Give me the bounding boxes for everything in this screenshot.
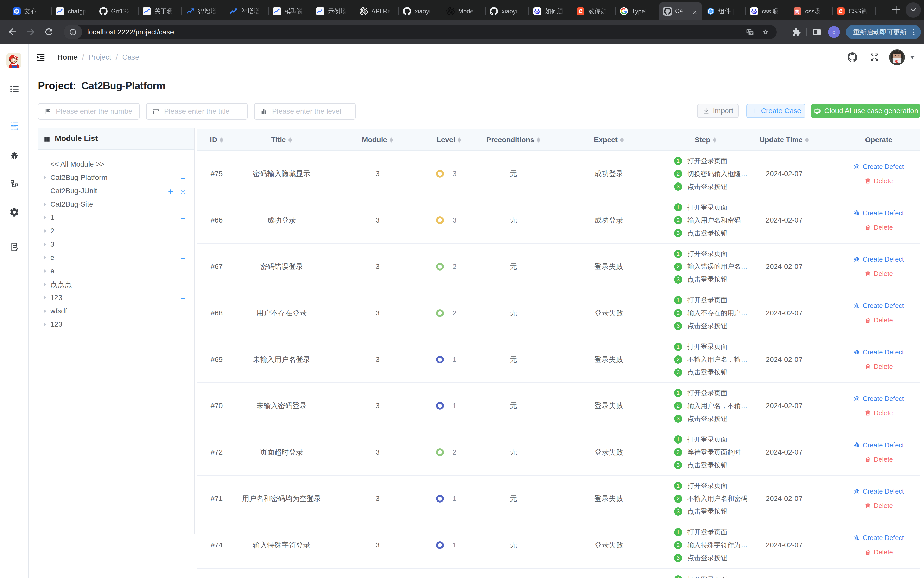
sort-carets-icon[interactable] xyxy=(458,136,461,144)
profile-avatar[interactable]: c xyxy=(828,26,840,38)
delete-link[interactable]: Delete xyxy=(864,547,893,557)
filter-input-number[interactable]: Please enter the numbe xyxy=(38,103,140,120)
module-node-label[interactable]: wfsdf xyxy=(50,307,67,315)
browser-tab-11[interactable]: Model xyxy=(442,3,485,20)
delete-link[interactable]: Delete xyxy=(864,176,893,186)
sidebar-item-module[interactable] xyxy=(9,179,19,189)
module-node-label[interactable]: 123 xyxy=(50,294,62,302)
column-header-title[interactable]: Title xyxy=(236,136,327,144)
translate-icon[interactable] xyxy=(746,28,754,36)
expand-caret-icon[interactable] xyxy=(44,256,49,260)
browser-tab-13[interactable]: du如何通 xyxy=(529,3,572,20)
add-module-icon[interactable] xyxy=(180,201,186,208)
module-node-label[interactable]: Cat2Bug-JUnit xyxy=(50,187,97,195)
expand-caret-icon[interactable] xyxy=(44,269,49,273)
module-node-label[interactable]: << All Module >> xyxy=(50,160,104,168)
user-avatar[interactable] xyxy=(889,49,905,65)
module-node-label[interactable]: 123 xyxy=(50,320,62,328)
expand-caret-icon[interactable] xyxy=(44,309,49,313)
delete-module-icon[interactable] xyxy=(180,188,186,194)
delete-link[interactable]: Delete xyxy=(864,222,893,232)
sidebar-collapse-icon[interactable] xyxy=(36,53,45,62)
breadcrumb-project[interactable]: Project xyxy=(89,53,111,61)
browser-tab-17[interactable]: 组件 | xyxy=(703,3,745,20)
add-module-icon[interactable] xyxy=(180,254,186,261)
case-row-67[interactable]: #67密码错误登录32无登录失败1打开登录页面2输入错误的用户名…3点击登录按钮… xyxy=(197,244,920,290)
sort-carets-icon[interactable] xyxy=(805,136,809,144)
module-node-label[interactable]: 2 xyxy=(50,227,54,235)
cloud-ai-button[interactable]: Cloud AI use case generation xyxy=(811,104,920,118)
breadcrumb-home[interactable]: Home xyxy=(57,53,78,61)
sidebar-item-report[interactable] xyxy=(9,242,19,252)
module-tree-node-7[interactable]: 3 xyxy=(38,238,194,251)
sort-carets-icon[interactable] xyxy=(289,136,292,144)
expand-caret-icon[interactable] xyxy=(44,216,49,220)
reload-button[interactable] xyxy=(44,27,54,37)
module-node-label[interactable]: 点点点 xyxy=(50,279,72,289)
create-defect-link[interactable]: Create Defect xyxy=(853,440,904,450)
sort-carets-icon[interactable] xyxy=(537,136,540,144)
module-node-label[interactable]: e xyxy=(50,267,54,275)
expand-caret-icon[interactable] xyxy=(44,229,49,233)
case-row-70[interactable]: #70未输入密码登录31无登录失败1打开登录页面2输入用户名，不输…3点击登录按… xyxy=(197,383,920,429)
module-tree-node-9[interactable]: e xyxy=(38,265,194,278)
add-module-icon[interactable] xyxy=(180,174,186,181)
module-tree-node-3[interactable]: Cat2Bug-JUnit xyxy=(38,184,194,198)
expand-caret-icon[interactable] xyxy=(44,242,49,247)
browser-tab-5[interactable]: 智增增 xyxy=(182,3,225,20)
module-node-label[interactable]: Cat2Bug-Platform xyxy=(50,174,107,182)
browser-tab-1[interactable]: 文心一 xyxy=(8,3,51,20)
module-tree-node-12[interactable]: wfsdf xyxy=(38,304,194,318)
sort-carets-icon[interactable] xyxy=(713,136,716,144)
add-module-icon[interactable] xyxy=(167,188,174,194)
add-module-icon[interactable] xyxy=(180,268,186,274)
create-defect-link[interactable]: Create Defect xyxy=(853,301,904,311)
browser-tab-14[interactable]: 教你如 xyxy=(572,3,615,20)
expand-caret-icon[interactable] xyxy=(44,322,49,326)
module-tree-node-6[interactable]: 2 xyxy=(38,224,194,238)
create-defect-link[interactable]: Create Defect xyxy=(853,254,904,265)
filter-input-level[interactable]: Please enter the level xyxy=(254,103,356,120)
add-module-icon[interactable] xyxy=(180,228,186,234)
case-row-68[interactable]: #68用户不存在登录32无登录失败1打开登录页面2输入不存在的用户…3点击登录按… xyxy=(197,290,920,336)
create-defect-link[interactable]: Create Defect xyxy=(853,208,904,218)
browser-tab-15[interactable]: TypeE xyxy=(616,3,659,20)
address-bar[interactable]: localhost:2222/project/case xyxy=(64,25,777,39)
add-module-icon[interactable] xyxy=(180,294,186,301)
expand-caret-icon[interactable] xyxy=(44,202,49,206)
forward-button[interactable] xyxy=(26,27,36,37)
case-row-66[interactable]: #66成功登录33无成功登录1打开登录页面2输入用户名和密码3点击登录按钮202… xyxy=(197,197,920,244)
module-tree-node-1[interactable]: << All Module >> xyxy=(38,157,194,171)
site-info-chip[interactable] xyxy=(64,25,82,39)
case-row-69[interactable]: #69未输入用户名登录31无登录失败1打开登录页面2不输入用户名，输…3点击登录… xyxy=(197,336,920,383)
add-module-icon[interactable] xyxy=(180,321,186,328)
browser-tab-2[interactable]: chatgp xyxy=(52,3,95,20)
column-header-module[interactable]: Module xyxy=(327,136,429,144)
github-link-icon[interactable] xyxy=(848,52,857,62)
sort-carets-icon[interactable] xyxy=(390,136,393,144)
module-tree-node-10[interactable]: 点点点 xyxy=(38,278,194,291)
module-node-label[interactable]: e xyxy=(50,253,54,262)
back-button[interactable] xyxy=(7,27,18,37)
relaunch-update-button[interactable]: 重新启动即可更新 xyxy=(846,25,921,39)
browser-tab-19[interactable]: 简css吸 xyxy=(789,3,832,20)
column-header-preconditions[interactable]: Preconditions xyxy=(470,136,557,144)
create-defect-link[interactable]: Create Defect xyxy=(853,161,904,172)
expand-caret-icon[interactable] xyxy=(44,175,49,180)
create-defect-link[interactable]: Create Defect xyxy=(853,393,904,404)
delete-link[interactable]: Delete xyxy=(864,362,893,372)
side-panel-icon[interactable] xyxy=(812,28,821,37)
delete-link[interactable]: Delete xyxy=(864,501,893,511)
create-case-button[interactable]: Create Case xyxy=(746,104,805,118)
module-node-label[interactable]: Cat2Bug-Site xyxy=(50,200,93,208)
column-header-step[interactable]: Step xyxy=(661,136,750,144)
browser-tab-3[interactable]: Grt122 xyxy=(95,3,138,20)
browser-tab-9[interactable]: API Re xyxy=(356,3,398,20)
browser-tab-16[interactable]: CA xyxy=(659,2,702,20)
module-tree-node-2[interactable]: Cat2Bug-Platform xyxy=(38,171,194,184)
case-row-72[interactable]: #72页面超时登录32无登录失败1打开登录页面2等待登录页面超时3点击登录按钮2… xyxy=(197,429,920,476)
module-tree-node-11[interactable]: 123 xyxy=(38,291,194,304)
avatar-dropdown-caret[interactable] xyxy=(910,56,915,61)
module-node-label[interactable]: 1 xyxy=(50,214,54,222)
bookmark-star-icon[interactable] xyxy=(761,28,770,36)
